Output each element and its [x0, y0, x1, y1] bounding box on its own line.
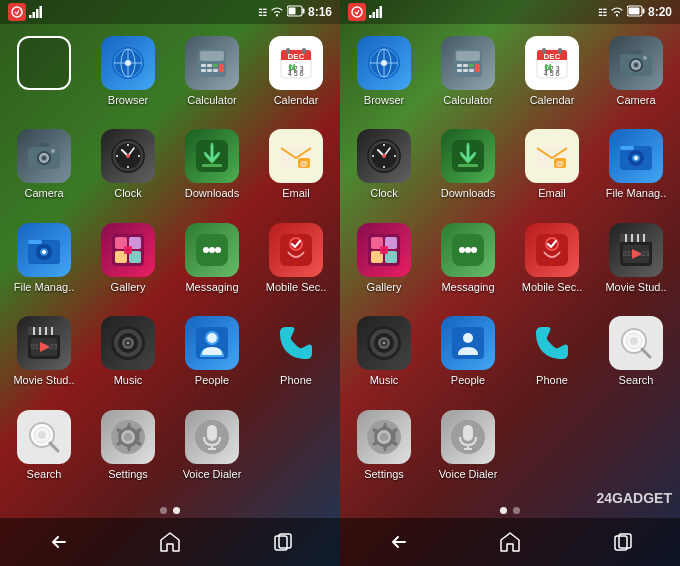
- svg-rect-132: [542, 48, 546, 54]
- svg-rect-19: [213, 64, 218, 67]
- left-battery-icon: [287, 5, 305, 19]
- left-content: Browser Calculator: [0, 24, 340, 518]
- left-messaging-label: Messaging: [185, 281, 238, 294]
- right-app-calendar[interactable]: DEC 1 2 3 4 5 6 7 Calendar: [512, 32, 592, 121]
- right-dot-1[interactable]: [513, 507, 520, 514]
- left-wifi-icon: [270, 5, 284, 19]
- svg-point-86: [127, 342, 130, 345]
- svg-rect-112: [628, 8, 639, 15]
- left-gallery-label: Gallery: [111, 281, 146, 294]
- left-app-mobilesec[interactable]: Mobile Sec..: [256, 219, 336, 308]
- left-clock-label: Clock: [114, 187, 142, 200]
- left-app-phone[interactable]: Phone: [256, 312, 336, 401]
- left-recents-button[interactable]: [263, 522, 303, 562]
- left-app-settings[interactable]: Settings: [88, 406, 168, 495]
- svg-rect-51: [202, 164, 222, 167]
- right-app-clock[interactable]: Clock: [344, 125, 424, 214]
- left-app-people[interactable]: People: [172, 312, 252, 401]
- right-app-moviestudio[interactable]: 03:06:23 Movie Stud..: [596, 219, 676, 308]
- left-app-email[interactable]: @ Email: [256, 125, 336, 214]
- left-app-music[interactable]: Music: [88, 312, 168, 401]
- left-app-filemanager[interactable]: File Manag..: [4, 219, 84, 308]
- left-app-search[interactable]: Search: [4, 406, 84, 495]
- right-recents-button[interactable]: [603, 522, 643, 562]
- right-app-browser[interactable]: Browser: [344, 32, 424, 121]
- right-app-messaging[interactable]: Messaging: [428, 219, 508, 308]
- svg-rect-18: [207, 64, 212, 67]
- left-dot-0[interactable]: [160, 507, 167, 514]
- svg-point-66: [203, 247, 209, 253]
- svg-point-104: [352, 7, 362, 17]
- svg-point-171: [465, 247, 471, 253]
- right-phone: ☷ 8:20: [340, 0, 680, 566]
- left-app-calendar[interactable]: DEC 1 2 3 4 5 6 7 Calendar: [256, 32, 336, 121]
- right-app-people[interactable]: People: [428, 312, 508, 401]
- left-app-browser[interactable]: Browser: [88, 32, 168, 121]
- svg-rect-122: [463, 64, 468, 67]
- left-phone-label: Phone: [280, 374, 312, 387]
- left-camera-label: Camera: [24, 187, 63, 200]
- right-app-calculator[interactable]: Calculator: [428, 32, 508, 121]
- left-email-label: Email: [282, 187, 310, 200]
- svg-rect-8: [288, 8, 295, 15]
- left-app-voicedialer[interactable]: Voice Dialer: [172, 406, 252, 495]
- left-browser-label: Browser: [108, 94, 148, 107]
- right-people-label: People: [451, 374, 485, 387]
- svg-rect-99: [207, 425, 217, 441]
- left-app-calculator[interactable]: Calculator: [172, 32, 252, 121]
- svg-text:DEC: DEC: [288, 52, 305, 61]
- right-dot-0[interactable]: [500, 507, 507, 514]
- right-app-camera[interactable]: Camera: [596, 32, 676, 121]
- left-signal-bars: [29, 5, 43, 19]
- right-app-email[interactable]: @ Email: [512, 125, 592, 214]
- right-app-mobilesec[interactable]: Mobile Sec..: [512, 219, 592, 308]
- svg-rect-16: [200, 51, 224, 61]
- svg-text:DEC: DEC: [544, 52, 561, 61]
- left-moviestudio-label: Movie Stud..: [13, 374, 74, 387]
- svg-text:7: 7: [546, 63, 550, 70]
- svg-point-142: [634, 63, 638, 67]
- svg-rect-126: [469, 69, 474, 72]
- left-back-button[interactable]: [37, 522, 77, 562]
- right-downloads-label: Downloads: [441, 187, 495, 200]
- right-app-voicedialer[interactable]: Voice Dialer: [428, 406, 508, 495]
- svg-rect-2: [33, 12, 36, 18]
- left-nav-bar: [0, 518, 340, 566]
- left-status-left: [8, 3, 43, 21]
- left-home-button[interactable]: [150, 522, 190, 562]
- right-settings-label: Settings: [364, 468, 404, 481]
- right-app-filemanager[interactable]: File Manag..: [596, 125, 676, 214]
- left-voicedialer-label: Voice Dialer: [183, 468, 242, 481]
- svg-rect-4: [40, 6, 43, 18]
- right-voicedialer-label: Voice Dialer: [439, 468, 498, 481]
- left-calendar-label: Calendar: [274, 94, 319, 107]
- left-dot-1[interactable]: [173, 507, 180, 514]
- right-app-phone[interactable]: Phone: [512, 312, 592, 401]
- right-app-gallery[interactable]: Gallery: [344, 219, 424, 308]
- svg-rect-73: [28, 327, 60, 335]
- svg-rect-22: [213, 69, 218, 72]
- left-app-camera[interactable]: Camera: [4, 125, 84, 214]
- left-app-clock[interactable]: Clock: [88, 125, 168, 214]
- right-app-music[interactable]: Music: [344, 312, 424, 401]
- left-status-right: ☷ 8:16: [258, 5, 332, 19]
- right-back-button[interactable]: [377, 522, 417, 562]
- left-app-messaging[interactable]: Messaging: [172, 219, 252, 308]
- right-email-label: Email: [538, 187, 566, 200]
- left-settings-label: Settings: [108, 468, 148, 481]
- right-app-search[interactable]: Search: [596, 312, 676, 401]
- svg-line-195: [642, 349, 650, 357]
- right-app-settings[interactable]: Settings: [344, 406, 424, 495]
- svg-point-39: [51, 149, 55, 153]
- right-nav-bar: [340, 518, 680, 566]
- right-status-bar: ☷ 8:20: [340, 0, 680, 24]
- svg-rect-201: [463, 425, 473, 441]
- right-app-downloads[interactable]: Downloads: [428, 125, 508, 214]
- right-status-left: [348, 3, 383, 21]
- left-app-gallery[interactable]: Gallery: [88, 219, 168, 308]
- left-mobilesec-label: Mobile Sec..: [266, 281, 327, 294]
- right-home-button[interactable]: [490, 522, 530, 562]
- left-app-downloads[interactable]: Downloads: [172, 125, 252, 214]
- svg-point-190: [383, 342, 386, 345]
- left-app-moviestudio[interactable]: 03:06:23 Movie Stud..: [4, 312, 84, 401]
